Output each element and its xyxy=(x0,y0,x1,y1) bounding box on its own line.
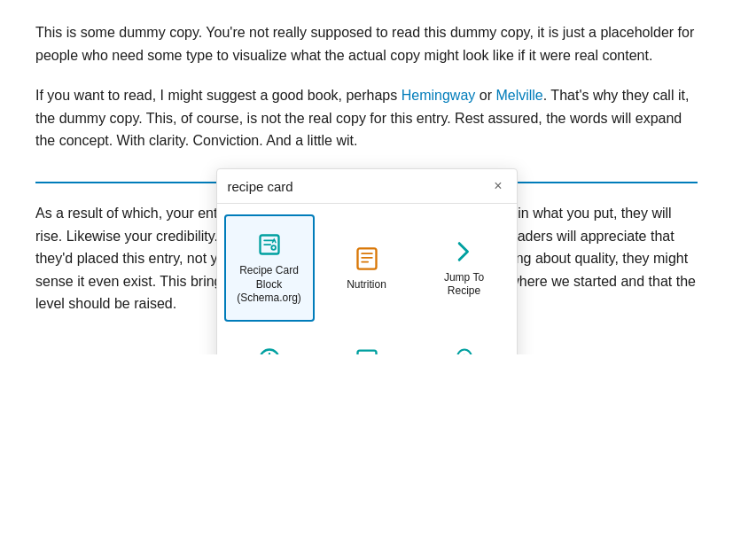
block-grid: Recipe Card Block (Schema.org) Nutrition xyxy=(217,204,517,354)
jump-to-recipe-icon xyxy=(450,237,479,266)
search-row: × xyxy=(217,169,517,204)
svg-point-8 xyxy=(268,353,269,354)
jump-to-recipe-label: Jump To Recipe xyxy=(428,271,501,299)
nutrition-icon xyxy=(353,245,381,273)
grid-item-directions[interactable]: Directions xyxy=(322,329,412,354)
hemingway-link[interactable]: Hemingway xyxy=(402,88,476,103)
melville-link[interactable]: Melville xyxy=(495,88,542,103)
grid-item-nutrition[interactable]: Nutrition xyxy=(322,214,412,322)
svg-rect-9 xyxy=(357,350,376,354)
recipe-card-block-label: Recipe Card Block (Schema.org) xyxy=(233,264,306,306)
grid-item-ingredients[interactable]: Ingredients xyxy=(419,329,510,354)
paragraph-2-prefix: If you want to read, I might suggest a g… xyxy=(35,88,402,103)
svg-rect-2 xyxy=(357,248,376,268)
paragraph-2: If you want to read, I might suggest a g… xyxy=(35,84,698,152)
recipe-card-block-icon xyxy=(255,230,284,259)
ingredients-icon xyxy=(450,345,479,354)
editor-area: This is some dummy copy. You're not real… xyxy=(0,0,733,354)
paragraph-2-middle: or xyxy=(475,88,495,103)
search-input[interactable] xyxy=(228,179,484,194)
block-search-popup: × Recipe Card Block (Schema.org) xyxy=(216,168,518,354)
details-icon xyxy=(255,345,284,354)
close-icon: × xyxy=(494,178,502,194)
nutrition-label: Nutrition xyxy=(347,278,386,292)
grid-item-details[interactable]: Details xyxy=(224,329,315,354)
clear-search-button[interactable]: × xyxy=(490,176,505,196)
paragraph-1: This is some dummy copy. You're not real… xyxy=(35,21,698,66)
grid-item-jump-to-recipe[interactable]: Jump To Recipe xyxy=(419,214,510,322)
svg-point-1 xyxy=(271,245,276,250)
directions-icon xyxy=(353,345,381,354)
grid-item-recipe-card-block[interactable]: Recipe Card Block (Schema.org) xyxy=(224,214,315,322)
